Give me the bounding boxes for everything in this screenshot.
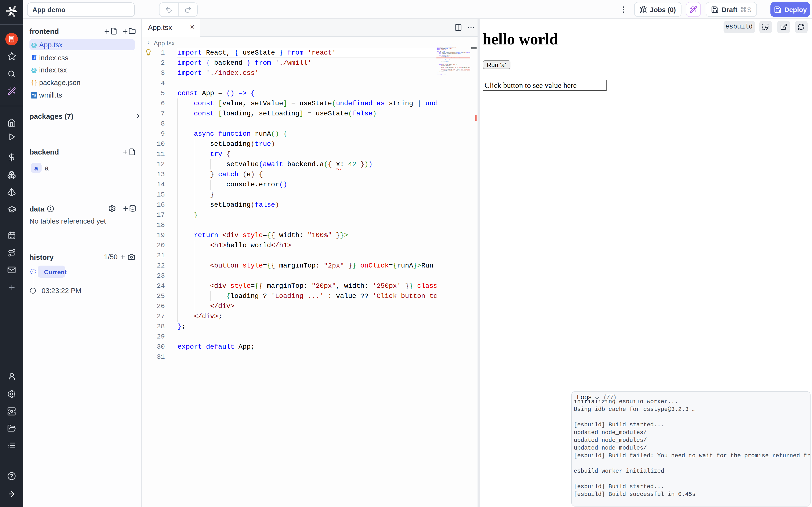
svg-text:3: 3 xyxy=(33,56,35,59)
svg-text:TS: TS xyxy=(32,94,36,97)
